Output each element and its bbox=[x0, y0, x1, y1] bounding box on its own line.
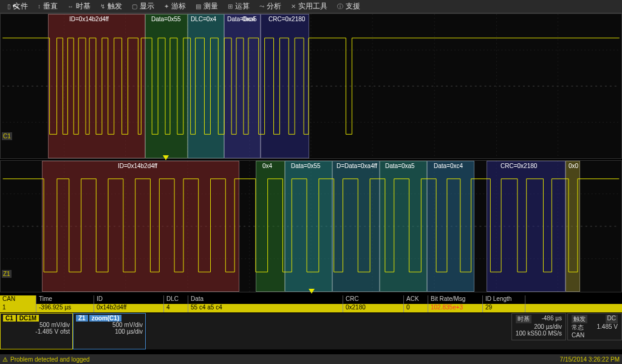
z1-badge: Z1 bbox=[76, 315, 88, 322]
menu-measure-label: 测量 bbox=[203, 1, 218, 12]
zoom-marker-left[interactable] bbox=[163, 155, 169, 160]
th-id[interactable]: ID bbox=[94, 295, 164, 304]
menu-display-label: 显示 bbox=[140, 1, 154, 12]
vertical-icon: ↕ bbox=[38, 3, 41, 10]
th-bitrate[interactable]: Bit Rate/Msg bbox=[428, 295, 483, 304]
channel-label-c1: C1 bbox=[2, 132, 12, 140]
menubar: ▯文件 ↕垂直 ↔时基 ↯触发 ▢显示 ✦游标 ▤测量 ⊞运算 ⤳分析 ✕实用工… bbox=[0, 0, 622, 13]
warning-icon: ⚠ bbox=[2, 356, 8, 363]
file-icon: ▯ bbox=[7, 3, 11, 10]
td-crc: 0x2180 bbox=[343, 304, 404, 312]
waveform-zoom[interactable]: ID=0x14b2d4ff 0x4 Data=0x55 D=Data=0xa4f… bbox=[0, 160, 622, 292]
analysis-icon: ⤳ bbox=[259, 3, 264, 10]
z1-label: zoom(C1) bbox=[89, 315, 122, 322]
menu-math[interactable]: ⊞运算 bbox=[223, 1, 255, 12]
trigger-level: 1.485 V bbox=[597, 323, 618, 332]
td-idx: 1 bbox=[0, 304, 36, 312]
menu-vertical[interactable]: ↕垂直 bbox=[33, 1, 63, 12]
channel-box-z1[interactable]: Z1 zoom(C1) 500 mV/div 100 µs/div bbox=[73, 313, 146, 349]
channel-info-bar: C1 DC1M 500 mV/div -1.485 V ofst Z1 zoom… bbox=[0, 313, 622, 349]
trigger-icon: ↯ bbox=[100, 3, 105, 10]
trigger-mode: 常态 bbox=[572, 323, 584, 332]
support-icon: ⓘ bbox=[337, 2, 343, 11]
th-time[interactable]: Time bbox=[36, 295, 94, 304]
timebase-tdiv: 200 µs/div bbox=[516, 323, 562, 330]
menu-trigger-label: 触发 bbox=[108, 1, 122, 12]
timebase-samples: 100 kS bbox=[516, 330, 535, 337]
menu-analysis[interactable]: ⤳分析 bbox=[255, 1, 286, 12]
waveform-main[interactable]: ID=0x14b2d4ff Data=0x55 DLC=0x4 Data=0xa… bbox=[0, 13, 622, 159]
timebase-rate: 50.0 MS/s bbox=[535, 330, 562, 337]
right-info: 时基-486 µs 200 µs/div 100 kS50.0 MS/s 触发D… bbox=[511, 313, 622, 340]
menu-support[interactable]: ⓘ支援 bbox=[332, 1, 365, 12]
c1-badge: C1 bbox=[3, 315, 16, 322]
table-header: CAN Time ID DLC Data CRC ACK Bit Rate/Ms… bbox=[0, 295, 622, 304]
timebase-icon: ↔ bbox=[67, 3, 73, 10]
utilities-icon: ✕ bbox=[291, 3, 296, 10]
menu-support-label: 支援 bbox=[346, 1, 360, 12]
th-dlc[interactable]: DLC bbox=[164, 295, 188, 304]
z1-tdiv: 100 µs/div bbox=[76, 328, 143, 335]
th-crc[interactable]: CRC bbox=[343, 295, 404, 304]
status-message: Problem detected and logged bbox=[10, 356, 90, 363]
cursors-icon: ✦ bbox=[164, 3, 169, 10]
menu-trigger[interactable]: ↯触发 bbox=[95, 1, 127, 12]
td-bitrate: 102.835e+3 bbox=[428, 304, 483, 312]
channel-label-z1: Z1 bbox=[2, 270, 12, 278]
td-dlc: 4 bbox=[164, 304, 188, 312]
menu-timebase-label: 时基 bbox=[76, 1, 91, 12]
menu-utilities[interactable]: ✕实用工具 bbox=[286, 1, 332, 12]
menu-cursors-label: 游标 bbox=[171, 1, 186, 12]
status-bar: ⚠Problem detected and logged 7/15/2014 3… bbox=[0, 354, 622, 364]
trigger-marker[interactable] bbox=[309, 289, 315, 294]
table-row[interactable]: 1 -396.925 µs 0x14b2d4ff 4 55 c4 a5 c4 0… bbox=[0, 304, 622, 312]
zoom-signal-svg bbox=[1, 161, 621, 292]
menu-display[interactable]: ▢显示 bbox=[127, 1, 159, 12]
td-id: 0x14b2d4ff bbox=[94, 304, 164, 312]
trigger-label: 触发 bbox=[572, 315, 587, 323]
decode-table: CAN Time ID DLC Data CRC ACK Bit Rate/Ms… bbox=[0, 295, 622, 312]
math-icon: ⊞ bbox=[228, 3, 233, 10]
menu-file[interactable]: ▯文件 bbox=[2, 1, 33, 12]
trigger-source: CAN bbox=[572, 332, 618, 339]
menu-file-label: 文件 bbox=[13, 1, 28, 12]
c1-offset: -1.485 V ofst bbox=[3, 328, 70, 335]
display-icon: ▢ bbox=[132, 3, 137, 10]
trigger-box[interactable]: 触发DC 常态1.485 V CAN bbox=[567, 313, 622, 340]
th-protocol[interactable]: CAN bbox=[0, 295, 36, 304]
status-datetime: 7/15/2014 3:26:22 PM bbox=[560, 356, 620, 363]
th-idlen[interactable]: ID Length bbox=[483, 295, 525, 304]
menu-cursors[interactable]: ✦游标 bbox=[159, 1, 191, 12]
menu-analysis-label: 分析 bbox=[267, 1, 281, 12]
menu-timebase[interactable]: ↔时基 bbox=[63, 1, 95, 12]
td-idlen: 29 bbox=[483, 304, 525, 312]
c1-coupling: DC1M bbox=[17, 315, 39, 322]
c1-vdiv: 500 mV/div bbox=[3, 322, 70, 328]
z1-vdiv: 500 mV/div bbox=[76, 322, 143, 328]
menu-utilities-label: 实用工具 bbox=[298, 1, 327, 12]
timebase-delay: -486 µs bbox=[541, 315, 562, 323]
td-data: 55 c4 a5 c4 bbox=[188, 304, 343, 312]
timebase-box[interactable]: 时基-486 µs 200 µs/div 100 kS50.0 MS/s bbox=[511, 313, 566, 340]
signal-svg bbox=[1, 14, 621, 158]
channel-box-c1[interactable]: C1 DC1M 500 mV/div -1.485 V ofst bbox=[0, 313, 73, 349]
menu-math-label: 运算 bbox=[235, 1, 250, 12]
measure-icon: ▤ bbox=[196, 3, 201, 10]
timebase-label: 时基 bbox=[516, 315, 531, 323]
menu-vertical-label: 垂直 bbox=[43, 1, 58, 12]
th-ack[interactable]: ACK bbox=[404, 295, 428, 304]
td-time: -396.925 µs bbox=[36, 304, 94, 312]
menu-measure[interactable]: ▤测量 bbox=[191, 1, 223, 12]
td-ack: 0 bbox=[404, 304, 428, 312]
th-data[interactable]: Data bbox=[188, 295, 343, 304]
trigger-coupling: DC bbox=[606, 315, 618, 323]
